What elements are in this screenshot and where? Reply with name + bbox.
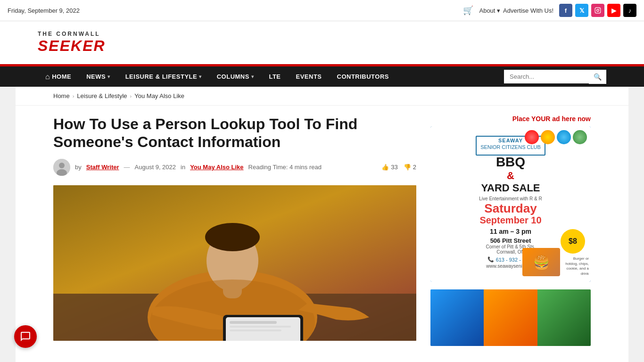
svg-rect-20 [230, 326, 291, 328]
nav-contributors-label: CONTRIBUTORS [337, 73, 389, 80]
svg-point-1 [597, 9, 599, 12]
like-button[interactable]: 👍 33 [381, 164, 397, 171]
ad-date: September 10 [438, 214, 583, 226]
chat-icon [20, 331, 31, 342]
social-icons: f 𝕏 ▶ ♪ [559, 4, 636, 17]
svg-point-2 [599, 8, 600, 9]
ad-time: 11 am – 3 pm [438, 228, 583, 235]
thumbs-up-icon: 👍 [381, 164, 389, 171]
meta-in: in [181, 164, 185, 171]
ad-price-badge: $8 [561, 229, 585, 254]
chevron-down-icon: ▾ [107, 74, 110, 79]
ad-food-image: 🍔 [522, 248, 560, 276]
nav-events[interactable]: EVENTS [289, 66, 330, 87]
nav-events-label: EVENTS [296, 73, 322, 80]
home-icon: ⌂ [45, 73, 50, 81]
decorative-circles [525, 130, 587, 144]
tiktok-icon[interactable]: ♪ [623, 4, 636, 17]
page-wrapper: Home › Leisure & Lifestyle › You May Als… [16, 87, 628, 362]
nav-contributors[interactable]: CONTRIBUTORS [330, 66, 396, 87]
article-area: How To Use a Person Lookup Tool To Find … [53, 115, 416, 346]
ad-day: Saturday [438, 202, 583, 214]
logo-bottom-text: SEEKER [38, 37, 106, 55]
svg-point-12 [205, 223, 260, 251]
article-image [53, 185, 416, 341]
ad-second-1 [430, 289, 484, 346]
category-link[interactable]: You May Also Like [190, 164, 243, 171]
instagram-icon[interactable] [591, 4, 604, 17]
breadcrumb-sep: › [73, 93, 74, 99]
ad-price-desc: Burger or hotdog, chips, cookie, and a d… [561, 256, 589, 276]
author-avatar [53, 159, 70, 176]
ad-event-title2: YARD SALE [438, 182, 583, 194]
author-link[interactable]: Staff Writer [86, 164, 119, 171]
nav-lte[interactable]: LTE [261, 66, 288, 87]
nav-columns-label: COLUMNS [217, 73, 249, 80]
ad-second-2 [484, 289, 537, 346]
breadcrumb-sep: › [130, 93, 132, 99]
advertise-link[interactable]: Advertise With Us! [503, 7, 553, 14]
meta-by: by [75, 164, 82, 171]
svg-rect-19 [230, 321, 277, 324]
breadcrumb-home[interactable]: Home [53, 92, 70, 99]
breadcrumb: Home › Leisure & Lifestyle › You May Als… [16, 87, 628, 106]
dislike-count: 2 [413, 164, 416, 171]
nav-items: ⌂ HOME NEWS ▾ LEISURE & LIFESTYLE ▾ COLU… [38, 66, 396, 87]
ad-banner-inner: SEAWAY SENIOR CITIZENS CLUB BBQ & YARD S… [430, 126, 591, 282]
svg-rect-21 [230, 329, 281, 331]
svg-rect-0 [595, 8, 601, 13]
svg-rect-18 [226, 317, 300, 341]
nav-search: 🔍 [504, 70, 606, 84]
top-bar-right: 🛒 About ▾ Advertise With Us! f 𝕏 ▶ ♪ [463, 4, 636, 17]
facebook-icon[interactable]: f [559, 4, 572, 17]
chevron-down-icon: ▾ [199, 74, 202, 79]
nav-columns[interactable]: COLUMNS ▾ [209, 66, 262, 87]
top-bar: Friday, September 9, 2022 🛒 About ▾ Adve… [0, 0, 644, 21]
ad-banner[interactable]: SEAWAY SENIOR CITIZENS CLUB BBQ & YARD S… [430, 126, 591, 282]
search-button[interactable]: 🔍 [589, 70, 606, 84]
site-header: THE CORNWALL SEEKER [0, 21, 644, 64]
ad-event-amp: & [438, 170, 583, 182]
about-link[interactable]: About ▾ [479, 7, 500, 14]
phone-icon: 📞 [487, 256, 494, 263]
youtube-icon[interactable]: ▶ [607, 4, 620, 17]
nav-news-label: NEWS [86, 73, 106, 80]
dislike-button[interactable]: 👎 2 [404, 164, 416, 171]
meta-dash: — [124, 164, 130, 171]
ad-label[interactable]: Place YOUR ad here now [430, 115, 591, 123]
breadcrumb-current[interactable]: You May Also Like [134, 92, 184, 99]
ad-second-3 [537, 289, 591, 346]
chat-bubble[interactable] [14, 325, 37, 348]
nav-home-label: HOME [52, 73, 71, 80]
ad-org-name2: SENIOR CITIZENS CLUB [480, 144, 541, 150]
date-display: Friday, September 9, 2022 [8, 7, 80, 14]
site-logo[interactable]: THE CORNWALL SEEKER [38, 31, 106, 55]
reading-time: Reading Time: 4 mins read [248, 164, 322, 171]
sidebar: Place YOUR ad here now SEAWAY [430, 115, 591, 346]
twitter-icon[interactable]: 𝕏 [575, 4, 588, 17]
article-title: How To Use a Person Lookup Tool To Find … [53, 115, 416, 151]
main-content: How To Use a Person Lookup Tool To Find … [16, 106, 628, 355]
cart-icon[interactable]: 🛒 [463, 5, 473, 16]
like-count: 33 [391, 164, 397, 171]
chevron-down-icon: ▾ [251, 74, 254, 79]
ad-second[interactable] [430, 289, 591, 346]
article-meta: by Staff Writer — August 9, 2022 in You … [53, 159, 416, 176]
ad-event-title1: BBQ [438, 156, 583, 169]
svg-point-4 [59, 163, 65, 168]
article-image-svg [53, 185, 416, 341]
nav-home[interactable]: ⌂ HOME [38, 67, 79, 87]
ad-city: Cornwall, ON [438, 249, 583, 255]
ad-entertainment: Live Entertainment with R & R [438, 196, 583, 201]
breadcrumb-leisure[interactable]: Leisure & Lifestyle [77, 92, 127, 99]
nav-lte-label: LTE [269, 73, 281, 80]
main-nav: ⌂ HOME NEWS ▾ LEISURE & LIFESTYLE ▾ COLU… [0, 66, 644, 87]
nav-news[interactable]: NEWS ▾ [79, 66, 118, 87]
vote-buttons: 👍 33 👎 2 [381, 164, 416, 171]
thumbs-down-icon: 👎 [404, 164, 411, 171]
top-bar-links: About ▾ Advertise With Us! [479, 7, 553, 14]
article-date: August 9, 2022 [135, 164, 176, 171]
nav-leisure-label: LEISURE & LIFESTYLE [125, 73, 198, 80]
nav-leisure[interactable]: LEISURE & LIFESTYLE ▾ [118, 66, 209, 87]
search-input[interactable] [504, 70, 589, 83]
